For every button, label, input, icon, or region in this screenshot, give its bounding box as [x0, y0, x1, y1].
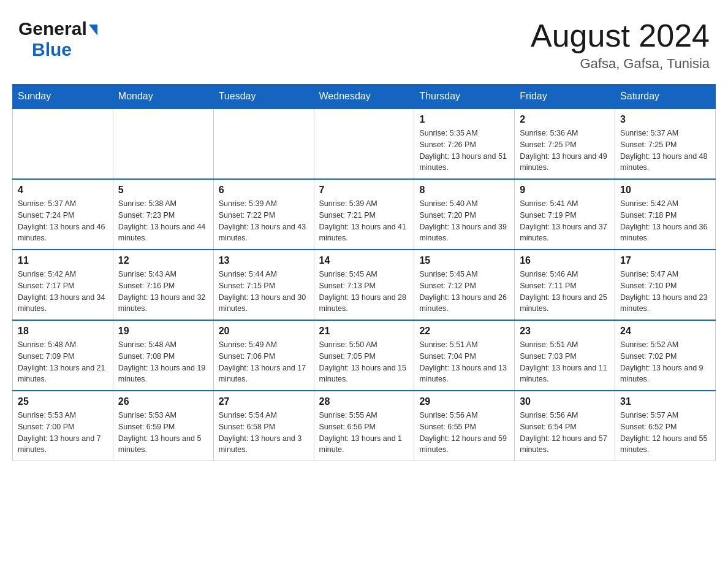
calendar-cell: 18Sunrise: 5:48 AM Sunset: 7:09 PM Dayli… [13, 320, 113, 391]
day-number: 18 [18, 326, 108, 337]
logo-general-text: General [18, 18, 87, 39]
calendar-cell: 30Sunrise: 5:56 AM Sunset: 6:54 PM Dayli… [515, 391, 615, 461]
day-number: 1 [419, 114, 509, 125]
week-row-3: 11Sunrise: 5:42 AM Sunset: 7:17 PM Dayli… [13, 250, 716, 320]
day-number: 2 [520, 114, 610, 125]
calendar-cell: 14Sunrise: 5:45 AM Sunset: 7:13 PM Dayli… [314, 250, 414, 320]
calendar-cell: 3Sunrise: 5:37 AM Sunset: 7:25 PM Daylig… [615, 109, 716, 179]
day-number: 25 [18, 396, 108, 407]
week-row-4: 18Sunrise: 5:48 AM Sunset: 7:09 PM Dayli… [13, 320, 716, 391]
calendar-header-wednesday: Wednesday [314, 85, 414, 109]
day-info: Sunrise: 5:56 AM Sunset: 6:54 PM Dayligh… [520, 410, 610, 456]
day-number: 27 [219, 396, 309, 407]
page-header: General Blue August 2024 Gafsa, Gafsa, T… [12, 12, 716, 72]
day-info: Sunrise: 5:45 AM Sunset: 7:12 PM Dayligh… [419, 269, 509, 315]
title-area: August 2024 Gafsa, Gafsa, Tunisia [531, 18, 710, 72]
day-number: 3 [620, 114, 710, 125]
day-info: Sunrise: 5:43 AM Sunset: 7:16 PM Dayligh… [118, 269, 208, 315]
week-row-1: 1Sunrise: 5:35 AM Sunset: 7:26 PM Daylig… [13, 109, 716, 179]
calendar-cell: 25Sunrise: 5:53 AM Sunset: 7:00 PM Dayli… [13, 391, 113, 461]
calendar-cell: 1Sunrise: 5:35 AM Sunset: 7:26 PM Daylig… [414, 109, 515, 179]
day-info: Sunrise: 5:45 AM Sunset: 7:13 PM Dayligh… [319, 269, 409, 315]
day-info: Sunrise: 5:37 AM Sunset: 7:25 PM Dayligh… [620, 128, 710, 174]
calendar-header-sunday: Sunday [13, 85, 113, 109]
day-info: Sunrise: 5:54 AM Sunset: 6:58 PM Dayligh… [219, 410, 309, 456]
day-number: 28 [319, 396, 409, 407]
day-number: 31 [620, 396, 710, 407]
day-info: Sunrise: 5:38 AM Sunset: 7:23 PM Dayligh… [118, 198, 208, 244]
calendar-cell: 28Sunrise: 5:55 AM Sunset: 6:56 PM Dayli… [314, 391, 414, 461]
calendar-header-saturday: Saturday [615, 85, 716, 109]
week-row-5: 25Sunrise: 5:53 AM Sunset: 7:00 PM Dayli… [13, 391, 716, 461]
day-number: 24 [620, 326, 710, 337]
day-info: Sunrise: 5:53 AM Sunset: 7:00 PM Dayligh… [18, 410, 108, 456]
day-number: 14 [319, 255, 409, 266]
calendar-cell: 16Sunrise: 5:46 AM Sunset: 7:11 PM Dayli… [515, 250, 615, 320]
day-number: 30 [520, 396, 610, 407]
day-info: Sunrise: 5:55 AM Sunset: 6:56 PM Dayligh… [319, 410, 409, 456]
day-info: Sunrise: 5:46 AM Sunset: 7:11 PM Dayligh… [520, 269, 610, 315]
calendar-cell [13, 109, 113, 179]
calendar-cell: 2Sunrise: 5:36 AM Sunset: 7:25 PM Daylig… [515, 109, 615, 179]
day-number: 16 [520, 255, 610, 266]
week-row-2: 4Sunrise: 5:37 AM Sunset: 7:24 PM Daylig… [13, 179, 716, 250]
calendar-cell: 23Sunrise: 5:51 AM Sunset: 7:03 PM Dayli… [515, 320, 615, 391]
calendar-header-tuesday: Tuesday [213, 85, 314, 109]
day-info: Sunrise: 5:42 AM Sunset: 7:18 PM Dayligh… [620, 198, 710, 244]
calendar-cell: 17Sunrise: 5:47 AM Sunset: 7:10 PM Dayli… [615, 250, 716, 320]
calendar-header-friday: Friday [515, 85, 615, 109]
day-info: Sunrise: 5:41 AM Sunset: 7:19 PM Dayligh… [520, 198, 610, 244]
day-number: 13 [219, 255, 309, 266]
day-info: Sunrise: 5:50 AM Sunset: 7:05 PM Dayligh… [319, 339, 409, 385]
calendar-cell: 22Sunrise: 5:51 AM Sunset: 7:04 PM Dayli… [414, 320, 515, 391]
calendar-cell [213, 109, 314, 179]
calendar-cell: 31Sunrise: 5:57 AM Sunset: 6:52 PM Dayli… [615, 391, 716, 461]
calendar-table: SundayMondayTuesdayWednesdayThursdayFrid… [12, 84, 716, 461]
month-title: August 2024 [531, 18, 710, 53]
day-info: Sunrise: 5:47 AM Sunset: 7:10 PM Dayligh… [620, 269, 710, 315]
calendar-cell: 11Sunrise: 5:42 AM Sunset: 7:17 PM Dayli… [13, 250, 113, 320]
calendar-header-monday: Monday [113, 85, 213, 109]
calendar-cell: 26Sunrise: 5:53 AM Sunset: 6:59 PM Dayli… [113, 391, 213, 461]
calendar-cell: 29Sunrise: 5:56 AM Sunset: 6:55 PM Dayli… [414, 391, 515, 461]
day-info: Sunrise: 5:42 AM Sunset: 7:17 PM Dayligh… [18, 269, 108, 315]
day-number: 5 [118, 185, 208, 196]
calendar-cell: 12Sunrise: 5:43 AM Sunset: 7:16 PM Dayli… [113, 250, 213, 320]
day-number: 19 [118, 326, 208, 337]
calendar-cell: 7Sunrise: 5:39 AM Sunset: 7:21 PM Daylig… [314, 179, 414, 250]
calendar-cell: 20Sunrise: 5:49 AM Sunset: 7:06 PM Dayli… [213, 320, 314, 391]
calendar-cell: 21Sunrise: 5:50 AM Sunset: 7:05 PM Dayli… [314, 320, 414, 391]
day-number: 12 [118, 255, 208, 266]
calendar-cell: 13Sunrise: 5:44 AM Sunset: 7:15 PM Dayli… [213, 250, 314, 320]
day-number: 17 [620, 255, 710, 266]
day-number: 20 [219, 326, 309, 337]
calendar-header-thursday: Thursday [414, 85, 515, 109]
day-number: 21 [319, 326, 409, 337]
day-number: 15 [419, 255, 509, 266]
day-number: 7 [319, 185, 409, 196]
day-info: Sunrise: 5:44 AM Sunset: 7:15 PM Dayligh… [219, 269, 309, 315]
day-info: Sunrise: 5:51 AM Sunset: 7:03 PM Dayligh… [520, 339, 610, 385]
day-number: 26 [118, 396, 208, 407]
day-info: Sunrise: 5:35 AM Sunset: 7:26 PM Dayligh… [419, 128, 509, 174]
logo-blue-text: Blue [18, 39, 72, 59]
day-number: 11 [18, 255, 108, 266]
day-info: Sunrise: 5:39 AM Sunset: 7:22 PM Dayligh… [219, 198, 309, 244]
day-info: Sunrise: 5:36 AM Sunset: 7:25 PM Dayligh… [520, 128, 610, 174]
day-number: 10 [620, 185, 710, 196]
calendar-cell [314, 109, 414, 179]
day-info: Sunrise: 5:48 AM Sunset: 7:09 PM Dayligh… [18, 339, 108, 385]
calendar-cell: 4Sunrise: 5:37 AM Sunset: 7:24 PM Daylig… [13, 179, 113, 250]
calendar-cell: 5Sunrise: 5:38 AM Sunset: 7:23 PM Daylig… [113, 179, 213, 250]
day-number: 23 [520, 326, 610, 337]
logo: General Blue [18, 18, 97, 60]
day-info: Sunrise: 5:48 AM Sunset: 7:08 PM Dayligh… [118, 339, 208, 385]
calendar-cell: 6Sunrise: 5:39 AM Sunset: 7:22 PM Daylig… [213, 179, 314, 250]
calendar-header-row: SundayMondayTuesdayWednesdayThursdayFrid… [13, 85, 716, 109]
calendar-cell: 8Sunrise: 5:40 AM Sunset: 7:20 PM Daylig… [414, 179, 515, 250]
day-number: 22 [419, 326, 509, 337]
day-info: Sunrise: 5:37 AM Sunset: 7:24 PM Dayligh… [18, 198, 108, 244]
day-info: Sunrise: 5:57 AM Sunset: 6:52 PM Dayligh… [620, 410, 710, 456]
calendar-cell: 19Sunrise: 5:48 AM Sunset: 7:08 PM Dayli… [113, 320, 213, 391]
calendar-cell: 27Sunrise: 5:54 AM Sunset: 6:58 PM Dayli… [213, 391, 314, 461]
